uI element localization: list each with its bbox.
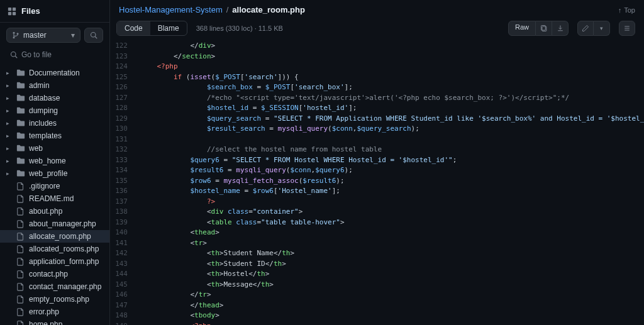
tree-item-label: contact.php — [29, 270, 68, 278]
tree-folder[interactable]: ▸web_profile — [0, 167, 109, 180]
line-number[interactable]: 133 — [110, 155, 136, 166]
line-number[interactable]: 123 — [110, 52, 136, 62]
line-number[interactable]: 127 — [110, 93, 136, 104]
breadcrumb-repo[interactable]: Hostel-Management-System — [119, 5, 223, 14]
line-number[interactable]: 145 — [110, 280, 136, 290]
code-cell: <table class="table table-hover"> — [136, 218, 644, 228]
tree-folder[interactable]: ▸dumping — [0, 104, 109, 117]
tree-folder[interactable]: ▸database — [0, 92, 109, 104]
line-number[interactable]: 140 — [110, 228, 136, 238]
tree-file[interactable]: home.php — [0, 318, 109, 325]
line-number[interactable]: 135 — [110, 176, 136, 187]
caret-icon: ▸ — [6, 133, 13, 139]
code-line: 124 <?php — [110, 62, 644, 72]
caret-icon: ▸ — [6, 70, 13, 76]
line-number[interactable]: 142 — [110, 248, 136, 259]
tree-file[interactable]: error.php — [0, 306, 109, 318]
code-line: 147 </thead> — [110, 300, 644, 311]
tree-folder[interactable]: ▸web — [0, 142, 109, 155]
caret-icon: ▸ — [6, 145, 13, 151]
line-number[interactable]: 138 — [110, 207, 136, 218]
tree-file[interactable]: allocated_rooms.php — [0, 243, 109, 255]
tree-item-label: allocated_rooms.php — [29, 245, 99, 253]
tree-item-label: about_manager.php — [29, 219, 96, 228]
tree-item-label: error.php — [29, 307, 59, 316]
line-number[interactable]: 141 — [110, 238, 136, 249]
tree-file[interactable]: contact_manager.php — [0, 280, 109, 293]
raw-button-group: Raw — [508, 21, 569, 36]
tree-folder[interactable]: ▸includes — [0, 117, 109, 129]
symbols-button[interactable] — [619, 21, 635, 36]
code-cell: <th>Student Name</th> — [136, 248, 644, 259]
code-line: 144 <th>Hostel</th> — [110, 269, 644, 280]
tree-folder[interactable]: ▸web_home — [0, 155, 109, 167]
code-cell: $row6 = mysqli_fetch_assoc($result6); — [136, 176, 644, 187]
code-cell: ?> — [136, 197, 644, 207]
svg-rect-2 — [8, 11, 11, 14]
edit-button[interactable] — [577, 21, 594, 36]
breadcrumb-file: allocate_room.php — [232, 5, 305, 14]
line-number[interactable]: 129 — [110, 114, 136, 124]
tree-folder[interactable]: ▸Documentation — [0, 67, 109, 79]
tree-item-label: allocate_room.php — [29, 232, 91, 241]
code-line: 141 <tr> — [110, 238, 644, 249]
caret-icon: ▸ — [6, 158, 13, 164]
search-button[interactable] — [84, 28, 103, 43]
line-number[interactable]: 148 — [110, 311, 136, 321]
code-cell: <th>Hostel</th> — [136, 269, 644, 280]
download-button[interactable] — [552, 21, 569, 36]
breadcrumb-separator: / — [226, 5, 229, 14]
line-number[interactable]: 137 — [110, 197, 136, 207]
svg-point-5 — [13, 36, 15, 38]
svg-rect-1 — [13, 7, 16, 10]
line-number[interactable]: 132 — [110, 145, 136, 155]
tree-folder[interactable]: ▸templates — [0, 129, 109, 142]
line-number[interactable]: 125 — [110, 72, 136, 83]
chevron-down-icon: ▾ — [71, 31, 75, 40]
code-cell: <th>Student ID</th> — [136, 259, 644, 270]
code-cell: </tr> — [136, 290, 644, 300]
code-cell: $query_search = "SELECT * FROM Applicati… — [136, 114, 644, 124]
tree-file[interactable]: contact.php — [0, 268, 109, 280]
file-tree-sidebar: Files master ▾ Go to file ▸Documentation… — [0, 0, 110, 325]
tree-file[interactable]: application_form.php — [0, 255, 109, 268]
line-number[interactable]: 149 — [110, 321, 136, 326]
tree-file[interactable]: README.md — [0, 192, 109, 205]
line-number[interactable]: 122 — [110, 41, 136, 52]
line-number[interactable]: 147 — [110, 300, 136, 311]
tree-file[interactable]: empty_rooms.php — [0, 293, 109, 306]
line-number[interactable]: 126 — [110, 82, 136, 93]
code-line: 125 if (isset($_POST['search'])) { — [110, 72, 644, 83]
line-number[interactable]: 146 — [110, 290, 136, 300]
line-number[interactable]: 139 — [110, 218, 136, 228]
line-number[interactable]: 130 — [110, 124, 136, 135]
branch-selector[interactable]: master ▾ — [6, 28, 80, 43]
tree-file[interactable]: .gitignore — [0, 180, 109, 192]
tab-blame[interactable]: Blame — [150, 21, 187, 35]
tree-item-label: Documentation — [29, 69, 80, 77]
code-line: 130 $result_search = mysqli_query($conn,… — [110, 124, 644, 135]
line-number[interactable]: 144 — [110, 269, 136, 280]
line-number[interactable]: 136 — [110, 186, 136, 197]
copy-button[interactable] — [536, 21, 552, 36]
top-link[interactable]: ↑ Top — [618, 6, 635, 14]
code-viewer[interactable]: 122 </div>123 </section>124 <?php125 if … — [110, 41, 644, 325]
code-line: 137 ?> — [110, 197, 644, 207]
goto-file-input[interactable]: Go to file — [6, 48, 103, 62]
line-number[interactable]: 131 — [110, 135, 136, 145]
line-number[interactable]: 128 — [110, 103, 136, 114]
tree-file[interactable]: allocate_room.php — [0, 230, 109, 243]
tree-file[interactable]: about.php — [0, 205, 109, 218]
code-line: 148 <tbody> — [110, 311, 644, 321]
caret-icon: ▸ — [6, 95, 13, 101]
svg-rect-0 — [8, 7, 11, 10]
line-number[interactable]: 143 — [110, 259, 136, 270]
tree-folder[interactable]: ▸admin — [0, 79, 109, 92]
sidebar-title: Files — [21, 6, 40, 16]
edit-dropdown[interactable]: ▾ — [594, 21, 610, 36]
tab-code[interactable]: Code — [117, 21, 150, 35]
line-number[interactable]: 134 — [110, 165, 136, 176]
line-number[interactable]: 124 — [110, 62, 136, 72]
tree-file[interactable]: about_manager.php — [0, 218, 109, 230]
raw-button[interactable]: Raw — [508, 21, 536, 36]
